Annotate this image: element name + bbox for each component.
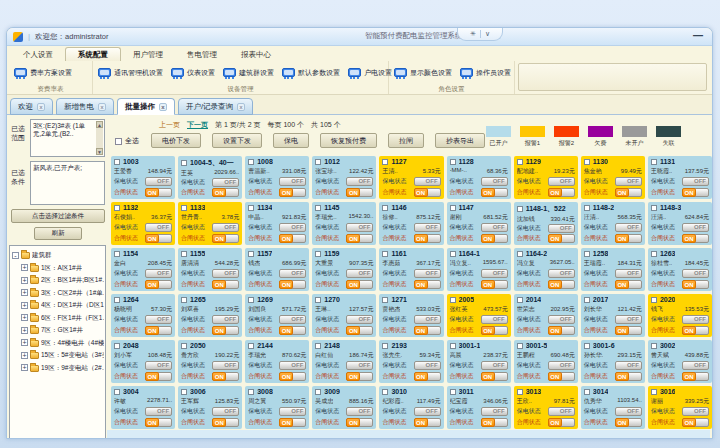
meter-checkbox[interactable] [517,159,523,165]
tree-node-4[interactable]: +6区：F区1#井（F区1… [12,312,104,325]
supply-status-toggle[interactable]: OFF [279,269,306,278]
meter-card[interactable]: 1004-5、40一王英2029.66..保电状态OFF合闸状态ON [178,156,242,199]
breaker-status-toggle[interactable]: ON [548,280,575,289]
meter-checkbox[interactable] [450,297,456,303]
breaker-status-toggle[interactable]: ON [548,326,575,335]
meter-card[interactable]: 3016谢丽339.25元保电状态OFF合闸状态ON [648,386,712,429]
breaker-status-toggle[interactable]: ON [145,326,172,335]
meter-card[interactable]: 2048刘小军108.48元保电状态OFF合闸状态ON [111,340,175,383]
supply-status-toggle[interactable]: OFF [145,315,172,324]
meter-checkbox[interactable] [181,389,187,395]
meter-checkbox[interactable] [584,389,590,395]
meter-checkbox[interactable] [114,389,120,395]
supply-status-toggle[interactable]: OFF [548,269,575,278]
tree-node-7[interactable]: +15区：5#变电站（3#变… [12,349,104,362]
breaker-status-toggle[interactable]: ON [615,418,642,427]
meter-card[interactable]: 3014仇秀华1103.54..保电状态OFF合闸状态ON [581,386,645,429]
tab-3[interactable]: 开户/记录查询x [178,98,253,115]
meter-checkbox[interactable] [517,206,523,212]
breaker-status-toggle[interactable]: ON [212,326,239,335]
meter-card[interactable]: 1157钱杰686.99元保电状态OFF合闸状态ON [245,248,309,291]
meter-checkbox[interactable] [651,343,657,349]
action-button-3[interactable]: 恢复预付费 [320,133,377,148]
breaker-status-toggle[interactable]: ON [481,188,508,197]
expand-icon[interactable]: + [21,364,28,371]
breaker-status-toggle[interactable]: ON [145,188,172,197]
ribbon-button[interactable]: 建筑群设置 [219,63,278,83]
action-button-4[interactable]: 拉闸 [388,133,424,148]
supply-status-toggle[interactable]: OFF [346,269,373,278]
action-button-2[interactable]: 保电 [273,133,309,148]
meter-card[interactable]: 1270王琳..127.57元保电状态OFF合闸状态ON [312,294,376,337]
meter-card[interactable]: 3001-1高晨238.37元保电状态OFF合闸状态ON [447,340,511,383]
meter-checkbox[interactable] [450,251,456,257]
breaker-status-toggle[interactable]: ON [346,372,373,381]
meter-checkbox[interactable] [450,343,456,349]
expand-icon[interactable]: + [21,302,28,309]
supply-status-toggle[interactable]: OFF [346,361,373,370]
breaker-status-toggle[interactable]: ON [279,326,306,335]
meter-checkbox[interactable] [382,389,388,395]
supply-status-toggle[interactable]: OFF [212,223,239,232]
supply-status-toggle[interactable]: OFF [414,407,441,416]
meter-checkbox[interactable] [248,251,254,257]
meter-checkbox[interactable] [248,205,254,211]
breaker-status-toggle[interactable]: ON [548,372,575,381]
meter-checkbox[interactable] [315,159,321,165]
breaker-status-toggle[interactable]: ON [682,372,709,381]
tree-node-8[interactable]: +19区：9#变电站（2#… [12,362,104,375]
meter-checkbox[interactable] [315,297,321,303]
meter-checkbox[interactable] [382,205,388,211]
tab-close-icon[interactable]: x [237,103,245,111]
supply-status-toggle[interactable]: OFF [279,315,306,324]
breaker-status-toggle[interactable]: ON [212,234,239,243]
ribbon-button[interactable]: 默认参数设置 [278,63,344,83]
supply-status-toggle[interactable]: OFF [682,223,709,232]
meter-checkbox[interactable] [114,205,120,211]
meter-checkbox[interactable] [382,343,388,349]
select-all-checkbox[interactable] [115,138,122,145]
meter-checkbox[interactable] [450,205,456,211]
action-button-1[interactable]: 设置下发 [212,133,262,148]
meter-checkbox[interactable] [248,343,254,349]
meter-checkbox[interactable] [114,159,120,165]
meter-card[interactable]: 1264杨晓明57.30元保电状态OFF合闸状态ON [111,294,175,337]
meter-checkbox[interactable] [382,297,388,303]
breaker-status-toggle[interactable]: ON [481,326,508,335]
tab-1[interactable]: 新增售电x [56,98,114,115]
meter-checkbox[interactable] [651,251,657,257]
meter-card[interactable]: 2014世荣志202.95元保电状态OFF合闸状态ON [514,294,578,337]
breaker-status-toggle[interactable]: ON [682,188,709,197]
meter-card[interactable]: 1154金白208.45元保电状态OFF合闸状态ON [111,248,175,291]
supply-status-toggle[interactable]: OFF [615,177,642,186]
supply-status-toggle[interactable]: OFF [212,178,239,187]
tab-2[interactable]: 批量操作x [117,98,175,115]
supply-status-toggle[interactable]: OFF [212,269,239,278]
breaker-status-toggle[interactable]: ON [346,418,373,427]
meter-card[interactable]: 2144李瑞光870.62元保电状态OFF合闸状态ON [245,340,309,383]
breaker-status-toggle[interactable]: ON [414,234,441,243]
supply-status-toggle[interactable]: OFF [145,177,172,186]
meter-card[interactable]: 2017刘长华121.42元保电状态OFF合闸状态ON [581,294,645,337]
select-all[interactable]: 全选 [115,136,139,146]
breaker-status-toggle[interactable]: ON [145,418,172,427]
meter-card[interactable]: 1008曹温新..331.08元保电状态OFF合闸状态ON [245,156,309,199]
menu-item-3[interactable]: 售电管理 [175,48,229,61]
ribbon-collapse-control[interactable]: ✳ ∨ [457,28,503,41]
breaker-status-toggle[interactable]: ON [212,418,239,427]
tree-node-1[interactable]: +2区：B区1#井;B区1#… [12,274,104,287]
meter-card[interactable]: 1164-2冯立复3627.05..保电状态OFF合闸状态ON [514,248,578,291]
menu-item-1[interactable]: 系统配置 [65,47,121,61]
supply-status-toggle[interactable]: OFF [212,361,239,370]
supply-status-toggle[interactable]: OFF [548,315,575,324]
breaker-status-toggle[interactable]: ON [212,280,239,289]
breaker-status-toggle[interactable]: ON [212,372,239,381]
breaker-status-toggle[interactable]: ON [414,188,441,197]
breaker-status-toggle[interactable]: ON [682,418,709,427]
meter-card[interactable]: 1155唐清清544.28元保电状态OFF合闸状态ON [178,248,242,291]
meter-checkbox[interactable] [584,297,590,303]
breaker-status-toggle[interactable]: ON [346,234,373,243]
meter-checkbox[interactable] [517,343,523,349]
meter-card[interactable]: 3001-5王鹏程690.48元保电状态OFF合闸状态ON [514,340,578,383]
supply-status-toggle[interactable]: OFF [615,361,642,370]
